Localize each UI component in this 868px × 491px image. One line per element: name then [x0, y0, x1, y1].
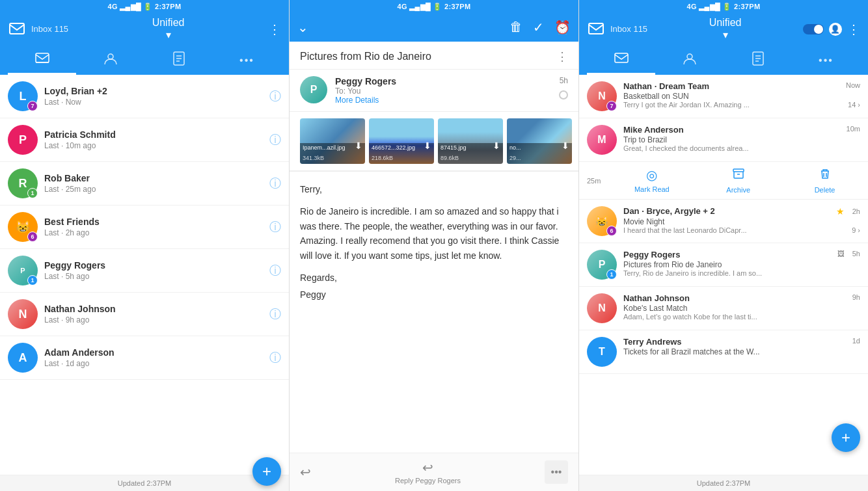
- conv-name-5: Peggy Rogers: [44, 260, 264, 271]
- middle-panel: 4G ▂▄▆█ 🔋 2:37PM ⌄ 🗑 ✓ ⏰ Pictures from R…: [290, 0, 579, 491]
- conv-item-5[interactable]: P 1 Peggy Rogers Last · 5h ago ⓘ: [0, 249, 289, 293]
- attachment-size-2: 218.6kB: [372, 155, 393, 161]
- conv-item-6[interactable]: N Nathan Johnson Last · 9h ago ⓘ: [0, 293, 289, 336]
- info-icon-7[interactable]: ⓘ: [269, 350, 281, 365]
- svg-rect-1: [36, 53, 49, 62]
- updated-bar-left: Updated 2:37PM: [0, 475, 289, 491]
- download-icon-1[interactable]: ⬇: [355, 140, 362, 151]
- email-item-6[interactable]: T Terry Andrews 1d Tickets for all Brazi…: [579, 330, 868, 374]
- info-icon-6[interactable]: ⓘ: [269, 306, 281, 322]
- inbox-icon-right: [587, 20, 605, 38]
- conv-item-7[interactable]: A Adam Anderson Last · 1d ago ⓘ: [0, 336, 289, 380]
- mark-read-button[interactable]: ◎ Mark Read: [608, 162, 695, 199]
- download-icon-3[interactable]: ⬇: [493, 140, 500, 151]
- avatar-2: P: [8, 125, 38, 155]
- tab-inbox-left[interactable]: [8, 46, 76, 75]
- avatar-wrap-1: L 7: [8, 81, 38, 111]
- more-actions-button[interactable]: •••: [545, 460, 568, 484]
- email-item-5[interactable]: N Nathan Johnson 9h Kobe's Last Match Ad…: [579, 287, 868, 330]
- reply-button[interactable]: ↩: [300, 464, 311, 480]
- info-icon-1[interactable]: ⓘ: [269, 88, 281, 104]
- tab-contacts-left[interactable]: [76, 46, 144, 75]
- email-item-3[interactable]: 😸 6 Dan · Bryce, Argyle + 2 ★ 2h Movie N…: [579, 200, 868, 243]
- download-icon-2[interactable]: ⬇: [424, 140, 431, 151]
- download-icon-4[interactable]: ⬇: [562, 140, 569, 151]
- chevron-down-icon-right[interactable]: ▾: [723, 29, 728, 41]
- snooze-icon[interactable]: ⏰: [554, 20, 571, 35]
- tab-more-right[interactable]: •••: [792, 46, 860, 75]
- attachment-1[interactable]: ⬇ Ipanem...azil.jpg 341.3kB: [300, 118, 365, 164]
- chevron-down-icon-left[interactable]: ▾: [166, 29, 171, 41]
- email-body: Terry, Rio de Janeiro is incredible. I a…: [290, 172, 578, 453]
- account-badge[interactable]: 👤: [829, 23, 842, 36]
- email-preview-r5: Adam, Let's go watch Kobe for the last t…: [623, 313, 860, 321]
- signal-bars-left: ▂▄▆█: [120, 3, 141, 11]
- email-header-r1: Nathan · Dream Team Now: [623, 81, 860, 91]
- mark-read-icon: ◎: [646, 167, 657, 183]
- conv-content-6: Nathan Johnson Last · 9h ago: [44, 304, 264, 325]
- email-content-r6: Terry Andrews 1d Tickets for all Brazil …: [623, 337, 860, 367]
- more-menu-icon-right[interactable]: ⋮: [847, 21, 860, 37]
- delete-button[interactable]: Delete: [781, 162, 868, 199]
- tab-inbox-right[interactable]: [587, 46, 655, 75]
- avatar-wrap-r6: T: [587, 337, 617, 367]
- avatar-wrap-7: A: [8, 343, 38, 373]
- email-action-icons: 🗑 ✓ ⏰: [509, 20, 571, 35]
- battery-left: 🔋: [143, 3, 152, 11]
- inbox-tab-icon-left: [35, 53, 49, 68]
- email-preview-r2: Great, I checked the documents alrea...: [623, 144, 860, 152]
- archive-button[interactable]: Archive: [695, 162, 781, 199]
- conv-item-1[interactable]: L 7 Loyd, Brian +2 Last · Now ⓘ: [0, 75, 289, 118]
- email-item-4[interactable]: P 1 Peggy Rogers 🖼 5h Pictures from Rio …: [579, 243, 868, 287]
- conv-sub-5: Last · 5h ago: [44, 272, 264, 281]
- info-icon-5[interactable]: ⓘ: [269, 263, 281, 278]
- email-signature: Peggy: [300, 287, 568, 302]
- reply-bar: ↩ ↩ Reply Peggy Rogers •••: [290, 453, 578, 491]
- avatar-wrap-r3: 😸 6: [587, 206, 617, 236]
- mark-read-icon[interactable]: ✓: [533, 20, 544, 35]
- more-details-link[interactable]: More Details: [335, 96, 551, 105]
- badge-r3: 6: [606, 226, 617, 236]
- avatar-wrap-3: R 1: [8, 168, 38, 198]
- conv-item-4[interactable]: 😸 6 Best Friends Last · 2h ago ⓘ: [0, 206, 289, 249]
- email-item-2[interactable]: M Mike Anderson 10m Trip to Brazil Great…: [579, 118, 868, 162]
- email-action-bar: ⌄ 🗑 ✓ ⏰: [290, 13, 578, 42]
- info-icon-2[interactable]: ⓘ: [269, 132, 281, 148]
- status-bar-middle: 4G ▂▄▆█ 🔋 2:37PM: [290, 0, 578, 13]
- status-bar-left: 4G ▂▄▆█ 🔋 2:37PM: [0, 0, 289, 13]
- email-name-r4: Peggy Rogers: [623, 250, 680, 259]
- email-header-r2: Mike Anderson 10m: [623, 125, 860, 135]
- back-chevron-icon[interactable]: ⌄: [297, 20, 308, 35]
- conv-item-2[interactable]: P Patricia Schmitd Last · 10m ago ⓘ: [0, 118, 289, 162]
- star-icon-r3: ★: [836, 206, 845, 217]
- avatar-wrap-5: P 1: [8, 256, 38, 285]
- tab-more-left[interactable]: •••: [213, 46, 281, 75]
- attachment-3[interactable]: ⬇ 87415.jpg 89.6kB: [438, 118, 503, 164]
- email-signoff: Regards,: [300, 271, 568, 285]
- compose-fab-left[interactable]: +: [252, 457, 281, 486]
- delete-email-icon[interactable]: 🗑: [509, 20, 522, 35]
- email-more-icon[interactable]: ⋮: [556, 49, 568, 64]
- action-row-r2: 25m ◎ Mark Read Archive: [579, 162, 868, 200]
- email-item-1[interactable]: N 7 Nathan · Dream Team Now Basketball o…: [579, 75, 868, 118]
- email-content-r4: Peggy Rogers 🖼 5h Pictures from Rio de J…: [623, 250, 860, 280]
- more-menu-icon-left[interactable]: ⋮: [268, 21, 281, 37]
- attachment-4[interactable]: ⬇ no... 29...: [507, 118, 572, 164]
- tab-notes-right[interactable]: [724, 46, 792, 75]
- email-greeting: Terry,: [300, 182, 568, 196]
- attachment-size-1: 341.3kB: [303, 155, 324, 161]
- view-toggle[interactable]: [803, 24, 824, 34]
- tab-notes-left[interactable]: [144, 46, 213, 75]
- info-icon-4[interactable]: ⓘ: [269, 219, 281, 235]
- compose-fab-right[interactable]: +: [832, 423, 860, 452]
- conv-item-3[interactable]: R 1 Rob Baker Last · 25m ago ⓘ: [0, 162, 289, 206]
- info-icon-3[interactable]: ⓘ: [269, 176, 281, 191]
- email-subject-bar: Pictures from Rio de Janeiro ⋮: [290, 42, 578, 70]
- badge-3: 1: [27, 188, 38, 198]
- attachment-2[interactable]: ⬇ 466572...322.jpg 218.6kB: [369, 118, 434, 164]
- right-app-header: Inbox 115 Unified ▾ 👤 ⋮: [579, 13, 868, 75]
- tab-contacts-right[interactable]: [655, 46, 724, 75]
- email-subject-r3: Movie Night: [623, 217, 860, 226]
- conv-content-2: Patricia Schmitd Last · 10m ago: [44, 129, 264, 150]
- reply-icon: ↩: [300, 464, 311, 480]
